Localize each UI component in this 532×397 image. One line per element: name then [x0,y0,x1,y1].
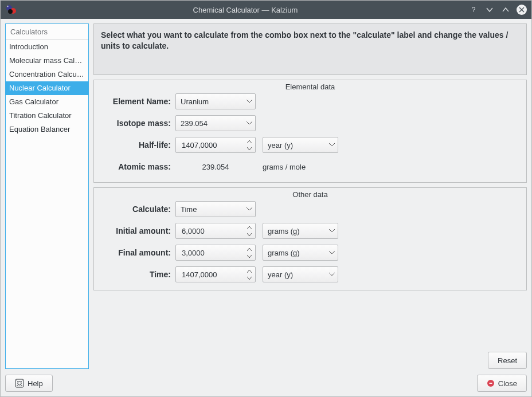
initial-amount-unit-combo[interactable]: grams (g) [263,223,338,239]
other-data-group: Other data Calculate: Time Initial amoun… [93,187,527,290]
element-name-combo[interactable]: Uranium [175,93,256,109]
other-data-legend: Other data [94,190,526,199]
half-life-unit-combo[interactable]: year (y) [263,137,338,153]
half-life-label: Half-life: [101,140,171,150]
calculate-value: Time [181,205,197,214]
chevron-down-icon [329,143,335,147]
reset-button-label: Reset [498,356,517,365]
help-button[interactable]: Help [5,375,53,392]
sidebar-item-nuclear[interactable]: Nuclear Calculator [6,81,88,95]
spin-down-icon[interactable] [245,231,254,238]
spin-up-icon[interactable] [245,224,254,231]
svg-point-3 [7,6,8,7]
atomic-mass-label: Atomic mass: [101,162,171,171]
window-title: Chemical Calculator — Kalzium [22,6,468,14]
element-name-value: Uranium [181,97,209,106]
half-life-input[interactable] [181,140,242,150]
instruction-text: Select what you want to calculate from t… [93,23,527,75]
sidebar-item-introduction[interactable]: Introduction [6,40,88,54]
minimize-icon[interactable] [484,5,495,15]
svg-point-2 [8,9,13,14]
time-label: Time: [101,270,171,279]
close-button-label: Close [498,379,517,388]
spin-down-icon[interactable] [245,274,254,281]
initial-amount-spin[interactable] [175,223,256,239]
sidebar-item-molecular-mass[interactable]: Molecular mass Calc… [6,54,88,68]
svg-point-6 [18,382,21,385]
atomic-mass-value: 239.054 [175,163,256,171]
sidebar-item-gas[interactable]: Gas Calculator [6,95,88,109]
sidebar-list: Introduction Molecular mass Calc… Concen… [6,40,88,368]
final-amount-spin[interactable] [175,245,256,261]
window-buttons: ? [468,5,527,15]
help-button-label: Help [28,379,43,388]
sidebar-item-titration[interactable]: Titration Calculator [6,109,88,123]
isotope-mass-combo[interactable]: 239.054 [175,115,256,131]
final-amount-input[interactable] [181,248,242,258]
close-button[interactable]: Close [477,375,527,392]
final-amount-unit-value: grams (g) [268,249,300,257]
content-area: Calculators Introduction Molecular mass … [1,19,531,396]
final-amount-label: Final amount: [101,248,171,257]
chevron-down-icon [329,273,335,276]
maximize-icon[interactable] [500,5,511,15]
time-spin[interactable] [175,266,256,282]
spin-down-icon[interactable] [245,253,254,260]
elemental-data-group: Elemental data Element Name: Uranium Iso… [93,80,527,183]
help-icon [15,379,24,388]
svg-text:?: ? [472,6,476,14]
reset-row: Reset [93,351,527,369]
initial-amount-label: Initial amount: [101,226,171,235]
time-unit-value: year (y) [268,270,293,279]
spin-up-icon[interactable] [245,246,254,253]
chevron-down-icon [247,121,252,125]
sidebar-item-equation-balancer[interactable]: Equation Balancer [6,123,88,136]
chevron-down-icon [247,207,252,211]
close-icon [487,379,495,387]
calculators-sidebar: Calculators Introduction Molecular mass … [5,23,89,369]
calculate-label: Calculate: [101,205,171,214]
calculate-combo[interactable]: Time [175,201,256,217]
app-window: Chemical Calculator — Kalzium ? Calculat… [0,0,532,397]
chevron-down-icon [329,229,335,233]
final-amount-unit-combo[interactable]: grams (g) [263,245,338,261]
close-window-icon[interactable] [517,5,527,15]
isotope-mass-value: 239.054 [181,119,208,128]
sidebar-header: Calculators [6,24,88,40]
half-life-spin[interactable] [175,137,256,153]
time-input[interactable] [181,270,242,280]
initial-amount-unit-value: grams (g) [268,227,300,235]
spin-up-icon[interactable] [245,138,254,145]
elemental-data-legend: Elemental data [94,82,526,91]
sidebar-item-concentration[interactable]: Concentration Calcul… [6,68,88,81]
atomic-mass-unit: grams / mole [256,163,306,171]
element-name-label: Element Name: [101,97,171,106]
time-unit-combo[interactable]: year (y) [263,266,338,282]
initial-amount-input[interactable] [181,226,242,236]
bottom-bar: Help Close [5,374,527,392]
help-titlebar-icon[interactable]: ? [468,5,479,15]
isotope-mass-label: Isotope mass: [101,119,171,128]
spin-up-icon[interactable] [245,268,254,274]
chevron-down-icon [247,100,252,103]
spin-down-icon[interactable] [245,145,254,152]
chevron-down-icon [329,251,335,254]
titlebar: Chemical Calculator — Kalzium ? [1,1,531,19]
app-icon [5,3,18,16]
reset-button[interactable]: Reset [488,352,527,369]
half-life-unit-value: year (y) [268,141,293,150]
main-panel: Select what you want to calculate from t… [93,23,527,369]
